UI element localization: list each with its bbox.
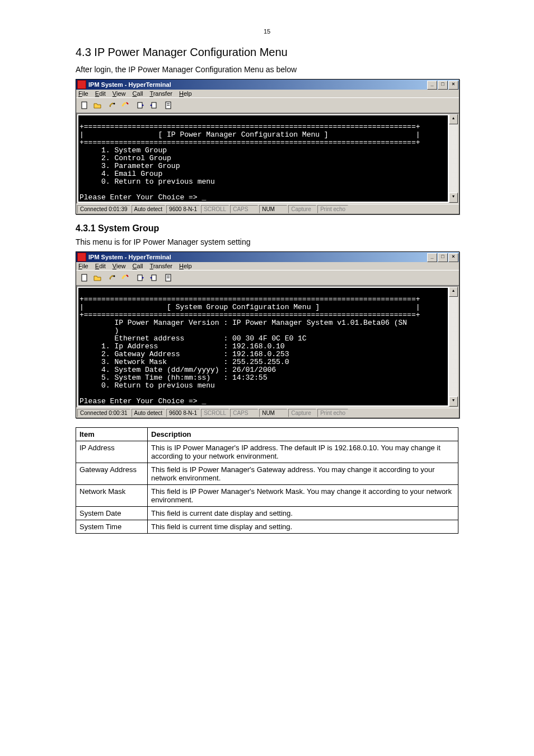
table-cell-item: IP Address [76,441,148,463]
receive-icon[interactable] [147,99,160,111]
toolbar [76,270,459,285]
menu-transfer[interactable]: Transfer [149,90,172,97]
terminal-area[interactable]: +=======================================… [76,113,449,204]
maximize-button[interactable]: □ [438,81,448,90]
table-row: IP AddressThis is IP Power Manager's IP … [76,441,458,463]
menu-file[interactable]: File [78,263,88,269]
connect-icon[interactable] [106,272,119,284]
svg-line-10 [127,275,128,277]
table-cell-desc: This field is current date display and s… [148,507,458,520]
vertical-scrollbar[interactable]: ▴ ▾ [449,113,459,204]
scroll-up-icon[interactable]: ▴ [449,114,458,124]
status-caps: CAPS [230,205,258,213]
terminal-area[interactable]: +=======================================… [76,286,449,408]
status-echo: Print echo [317,205,348,213]
menu-call[interactable]: Call [133,263,143,269]
svg-point-1 [114,103,115,105]
status-num: NUM [259,205,287,213]
status-capture: Capture [288,409,316,417]
menu-help[interactable]: Help [179,263,192,269]
table-header-desc: Description [148,428,458,441]
svg-rect-0 [82,102,87,109]
sub-intro-text: This menu is for IP Power Manager system… [76,237,458,247]
svg-rect-11 [138,275,142,281]
table-cell-desc: This field is current time display and s… [148,520,458,534]
status-num: NUM [259,409,287,417]
status-caps: CAPS [230,409,258,417]
status-baud: 9600 8-N-1 [166,205,200,213]
new-icon[interactable] [78,99,91,111]
menubar: File Edit View Call Transfer Help [76,262,459,270]
menu-file[interactable]: File [78,90,88,97]
send-icon[interactable] [134,272,147,284]
menu-call[interactable]: Call [133,90,143,97]
disconnect-icon[interactable] [119,99,132,111]
maximize-button[interactable]: □ [438,253,448,262]
scroll-track[interactable] [449,124,458,193]
status-baud: 9600 8-N-1 [166,409,200,417]
resize-grip[interactable] [450,205,458,213]
table-row: System TimeThis field is current time di… [76,520,458,534]
status-connected: Connected 0:00:31 [77,409,130,417]
scroll-track[interactable] [449,297,458,396]
status-detect: Auto detect [132,409,166,417]
status-detect: Auto detect [132,205,166,213]
menu-view[interactable]: View [113,90,126,97]
settings-table: Item Description IP AddressThis is IP Po… [76,427,458,534]
menubar: File Edit View Call Transfer Help [76,90,459,97]
svg-rect-3 [138,102,142,108]
page-number: 15 [0,28,534,35]
terminal-text: +=======================================… [78,288,448,405]
menu-transfer[interactable]: Transfer [149,263,172,269]
app-icon [77,80,86,89]
disconnect-icon[interactable] [119,272,132,284]
minimize-button[interactable]: _ [427,253,437,262]
scroll-up-icon[interactable]: ▴ [449,287,458,297]
svg-point-9 [114,276,115,277]
toolbar [76,97,459,113]
menu-edit[interactable]: Edit [95,90,106,97]
vertical-scrollbar[interactable]: ▴ ▾ [449,286,459,408]
scroll-down-icon[interactable]: ▾ [449,193,458,203]
table-row: Network MaskThis field is IP Power Manag… [76,485,458,507]
window-title: IPM System - HyperTerminal [88,254,171,260]
new-icon[interactable] [78,272,91,284]
menu-view[interactable]: View [113,263,126,269]
open-icon[interactable] [91,99,104,111]
statusbar: Connected 0:01:39 Auto detect 9600 8-N-1… [76,204,459,214]
open-icon[interactable] [91,272,104,284]
properties-icon[interactable] [162,272,175,284]
menu-help[interactable]: Help [179,90,192,97]
hyperterminal-window-1: IPM System - HyperTerminal _ □ × File Ed… [76,79,460,214]
table-cell-item: System Date [76,507,148,520]
send-icon[interactable] [134,99,147,111]
properties-icon[interactable] [162,99,175,111]
connect-icon[interactable] [106,99,119,111]
table-cell-item: Gateway Address [76,463,148,485]
window-title: IPM System - HyperTerminal [88,81,171,88]
statusbar: Connected 0:00:31 Auto detect 9600 8-N-1… [76,408,459,418]
table-cell-desc: This field is IP Power Manager's Gateway… [148,463,458,485]
minimize-button[interactable]: _ [427,81,437,90]
table-cell-desc: This is IP Power Manager's IP address. T… [148,441,458,463]
status-echo: Print echo [317,409,348,417]
table-row: System DateThis field is current date di… [76,507,458,520]
section-heading: 4.3 IP Power Manager Configuration Menu [76,46,534,59]
status-capture: Capture [288,205,316,213]
menu-edit[interactable]: Edit [95,263,106,269]
titlebar[interactable]: IPM System - HyperTerminal _ □ × [76,252,459,262]
close-button[interactable]: × [448,253,458,262]
titlebar[interactable]: IPM System - HyperTerminal _ □ × [76,80,459,90]
scroll-down-icon[interactable]: ▾ [449,396,458,407]
resize-grip[interactable] [450,409,458,417]
table-cell-item: System Time [76,520,148,534]
app-icon [77,253,86,262]
terminal-text: +=======================================… [78,115,448,202]
close-button[interactable]: × [448,81,458,90]
status-scroll: SCROLL [201,409,229,417]
table-cell-desc: This field is IP Power Manager's Network… [148,485,458,507]
svg-line-2 [127,102,128,104]
status-connected: Connected 0:01:39 [77,205,130,213]
svg-rect-4 [152,102,156,108]
receive-icon[interactable] [147,272,160,284]
